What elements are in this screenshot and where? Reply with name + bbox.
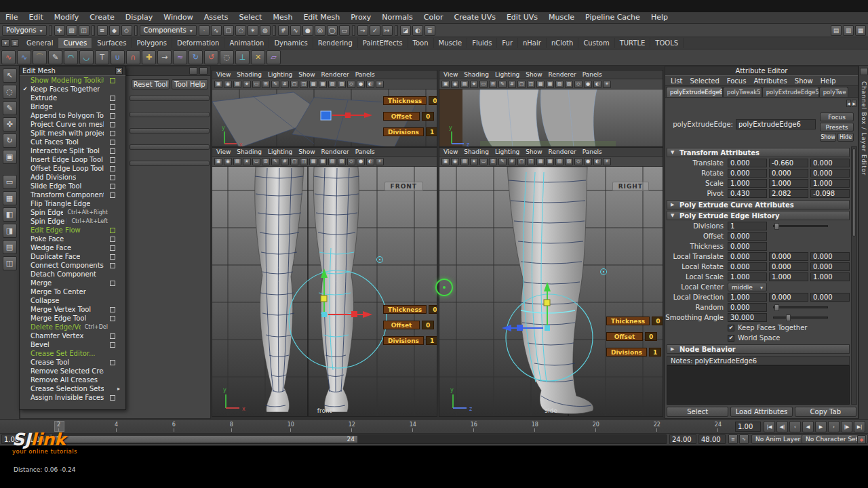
render-view-icon[interactable]: ◪ [400,25,411,36]
section-transform-attributes[interactable]: Transform Attributes [667,148,850,157]
viewport-canvas[interactable]: y z [439,89,663,146]
hud-value[interactable]: 1 [649,348,661,357]
open-scene-icon[interactable]: ▨ [66,25,77,36]
menu-item[interactable]: Interactive Split Tool [20,146,125,155]
mask-curves-icon[interactable]: ∿ [211,25,222,36]
grease-pencil-icon[interactable]: ✎ [498,158,507,165]
lights-icon[interactable]: ☀ [603,81,611,88]
shelf-tab[interactable]: PaintEffects [358,38,408,48]
pencil-curve-icon[interactable]: ✎ [48,50,62,64]
value-field[interactable]: 0.000 [728,169,767,178]
option-box-icon[interactable] [110,245,115,251]
shelf-tab[interactable]: Polygons [132,38,172,48]
menu-item[interactable]: Detach Component [20,270,125,279]
viewport-menu-item[interactable]: View [443,71,458,78]
resolution-gate-icon[interactable]: ◫ [527,158,535,165]
go-to-end-button[interactable]: ▶| [854,421,865,432]
collapsed-section-bar[interactable] [130,128,210,134]
menu-item[interactable]: Help [646,12,673,23]
menu-item[interactable]: Normals [376,12,418,23]
arc-2-point-icon[interactable]: ◡ [79,50,94,64]
camera-attributes-icon[interactable]: ▤ [460,158,469,165]
viewport-menu-item[interactable]: Lighting [495,71,519,78]
image-plane-icon[interactable]: ▭ [252,81,260,88]
scrollbar-thumb[interactable] [852,148,856,237]
resolution-gate-icon[interactable]: ◫ [300,81,308,88]
camera-attributes-icon[interactable]: ▤ [233,81,241,88]
select-object-icon[interactable]: ◆ [109,25,120,36]
extend-curve-icon[interactable]: → [157,50,172,64]
viewport-menu-item[interactable]: Panels [355,71,375,78]
status-separator[interactable] [352,25,355,36]
value-field[interactable]: 0.000 [810,252,850,261]
play-forwards-button[interactable]: ▶ [815,421,827,432]
viewport-top-right[interactable]: ViewShadingLightingShowRendererPanels ▣◉… [439,70,663,147]
value-field[interactable]: 0.000 [769,169,808,178]
checkbox-icon[interactable] [728,325,734,331]
option-box-icon[interactable] [110,237,115,242]
value-field[interactable]: 0.000 [810,159,850,167]
offset-curve-icon[interactable]: ≈ [173,50,187,64]
hud-value[interactable]: 1 [426,336,437,345]
menu-item[interactable]: Split mesh with projected curve [20,129,125,138]
thickness-field[interactable]: 0.000 [728,242,767,251]
viewport-side[interactable]: ViewShadingLightingShowRendererPanels ▣◉… [439,147,663,417]
menu-item[interactable]: Duplicate Face [20,252,125,261]
grid-icon[interactable]: # [508,158,516,165]
section-poly-extrude-curve[interactable]: Poly Extrude Curve Attributes [667,200,850,209]
select-camera-icon[interactable]: ▣ [214,81,222,88]
two-d-pan-zoom-icon[interactable]: ⊞ [489,81,497,88]
attach-curves-icon[interactable]: ∪ [111,50,125,64]
insert-knot-icon[interactable]: ✚ [142,50,156,64]
safe-title-icon[interactable]: ▨ [565,81,573,88]
time-slider[interactable]: 24681012141618202224 1.00 |◀◀|‹◀▶›|▶▶| [0,419,868,434]
menu-item[interactable]: Insert Edge Loop Tool [20,155,125,164]
reverse-curve-icon[interactable]: ↺ [204,50,218,64]
paint-select-tool-icon[interactable]: ✎ [3,101,17,115]
resolution-gate-icon[interactable]: ◫ [527,81,535,88]
menu-item[interactable]: Append to Polygon Tool [20,111,125,120]
auto-keyframe-icon[interactable]: ◆ [857,435,866,444]
option-box-icon[interactable] [110,184,115,189]
bookmarks-icon[interactable]: ★ [470,81,478,88]
construction-history-icon[interactable]: ✓ [370,25,380,36]
lock-camera-icon[interactable]: ◉ [451,158,459,165]
value-field[interactable]: 0.000 [728,252,767,261]
menu-item[interactable]: Assign Invisible Faces [20,393,125,402]
selection-mode-dropdown[interactable]: Polygons [2,25,47,36]
bookmarks-icon[interactable]: ★ [243,158,251,165]
shaded-icon[interactable]: ● [357,81,365,88]
select-camera-icon[interactable]: ▣ [441,158,450,165]
viewport-menu-item[interactable]: Shading [464,148,489,155]
text-curves-icon[interactable]: T [95,50,109,64]
menu-item[interactable]: Mesh [267,12,298,23]
random-slider[interactable] [773,306,828,308]
option-box-icon[interactable] [110,157,115,163]
bookmarks-icon[interactable]: ★ [243,81,251,88]
attribute-editor-menu-item[interactable]: Selected [690,77,719,85]
two-d-pan-zoom-icon[interactable]: ⊞ [262,81,270,88]
shelf-tab[interactable]: nCloth [547,38,578,48]
hud-value[interactable]: 0 [652,317,663,325]
duplicate-surface-curves-icon[interactable]: ▱ [267,50,281,64]
output-connections-icon[interactable]: ↦ [382,25,393,36]
menu-item[interactable]: Cut Faces Tool [20,138,125,146]
node-tab[interactable]: polyExtrudeEdge5 [762,87,819,97]
shelf-tab[interactable]: Deformation [172,38,224,48]
menu-item[interactable]: Display [120,12,159,23]
shaded-icon[interactable]: ● [584,81,592,88]
status-separator[interactable] [92,25,95,36]
viewport-menu-item[interactable]: Show [298,71,315,78]
lock-camera-icon[interactable]: ◉ [224,81,232,88]
value-field[interactable]: 0.000 [810,169,850,178]
viewport-menu-item[interactable]: Show [298,148,315,155]
mask-rendering-icon[interactable]: ◍ [260,25,271,36]
attribute-editor-menu-item[interactable]: Show [795,77,813,85]
mask-dynamics-icon[interactable]: ✶ [248,25,258,36]
camera-attributes-icon[interactable]: ▤ [460,81,469,88]
gate-mask-icon[interactable]: ▩ [536,81,545,88]
node-tab[interactable]: polyExtrudeEdge6 [666,87,723,97]
viewport-canvas[interactable]: y z RIGHT Thickness 0 Offset 0 [439,167,663,416]
lock-camera-icon[interactable]: ◉ [224,158,232,165]
shelf-tab-selector-icon[interactable]: ▾ [1,39,9,47]
